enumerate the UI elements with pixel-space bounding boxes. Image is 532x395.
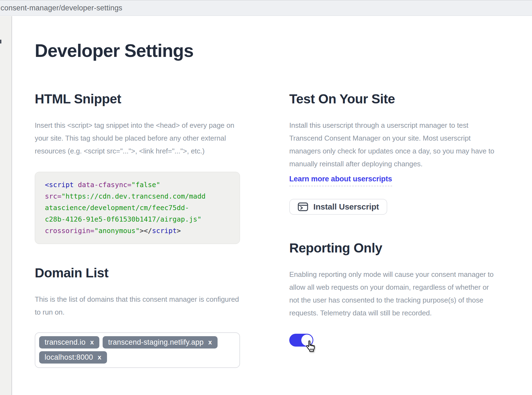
url-bar: consent-manager/developer-settings (0, 0, 532, 16)
domain-tag: transcend-staging.netlify.app x (103, 336, 218, 348)
remove-domain-icon[interactable]: x (98, 354, 102, 361)
breadcrumb: consent-manager/developer-settings (0, 4, 122, 12)
reporting-only-description: Enabling reporting only mode will cause … (289, 268, 496, 320)
test-on-site-description: Install this userscript through a usersc… (289, 119, 496, 170)
reporting-only-heading: Reporting Only (289, 241, 496, 255)
domain-list-description: This is the list of domains that this co… (35, 293, 240, 319)
domain-tag-label: transcend.io (45, 338, 86, 347)
install-userscript-button[interactable]: Install Userscript (289, 199, 387, 215)
html-snippet-section: HTML Snippet Insert this <script> tag sn… (35, 92, 240, 244)
settings-grid: HTML Snippet Insert this <script> tag sn… (35, 92, 532, 368)
remove-domain-icon[interactable]: x (208, 339, 212, 345)
test-on-site-section: Test On Your Site Install this userscrip… (289, 92, 496, 215)
left-rail (0, 16, 12, 395)
left-column: HTML Snippet Insert this <script> tag sn… (35, 92, 240, 368)
install-userscript-label: Install Userscript (313, 202, 379, 211)
domain-list-heading: Domain List (35, 266, 240, 280)
test-on-site-heading: Test On Your Site (289, 92, 496, 106)
developer-settings-page: Developer Settings HTML Snippet Insert t… (13, 16, 532, 395)
userscript-window-icon (297, 202, 308, 212)
html-snippet-heading: HTML Snippet (35, 92, 240, 106)
reporting-only-toggle-area (289, 334, 322, 356)
domain-tag: localhost:8000 x (39, 351, 107, 364)
html-snippet-description: Insert this <script> tag snippet into th… (35, 119, 240, 158)
domain-list-section: Domain List This is the list of domains … (35, 266, 240, 368)
learn-more-userscripts-link[interactable]: Learn more about userscripts (289, 175, 392, 186)
domain-tag-input[interactable]: transcend.io x transcend-staging.netlify… (35, 332, 240, 368)
domain-tag-label: transcend-staging.netlify.app (108, 338, 204, 347)
domain-tag: transcend.io x (39, 336, 99, 348)
code-snippet: <script data-cfasync="false" src="https:… (45, 179, 230, 237)
clipped-sidebar-text (0, 40, 1, 43)
toggle-knob (301, 335, 313, 346)
remove-domain-icon[interactable]: x (90, 339, 94, 345)
right-column: Test On Your Site Install this userscrip… (289, 92, 496, 368)
reporting-only-toggle[interactable] (289, 334, 313, 347)
reporting-only-section: Reporting Only Enabling reporting only m… (289, 241, 496, 356)
page-title: Developer Settings (35, 41, 532, 60)
domain-tag-label: localhost:8000 (45, 353, 93, 362)
html-snippet-code-block[interactable]: <script data-cfasync="false" src="https:… (35, 172, 240, 244)
